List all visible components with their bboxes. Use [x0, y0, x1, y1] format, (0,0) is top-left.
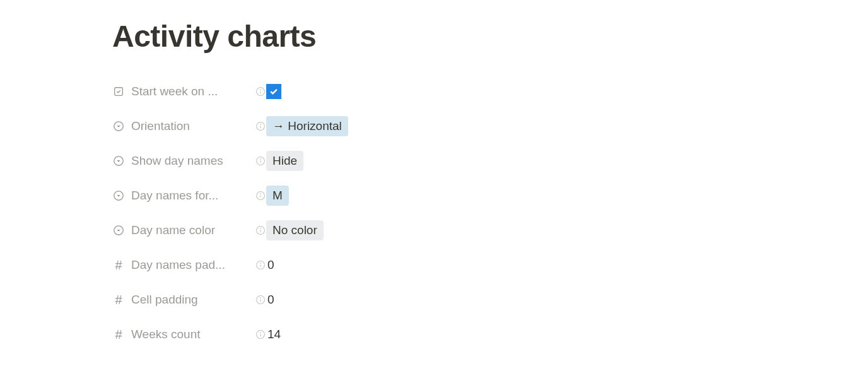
property-value-area[interactable]: No color	[266, 220, 324, 241]
select-tag-day-names-format: M	[266, 186, 289, 206]
checkbox-checked[interactable]	[266, 84, 281, 99]
number-type-icon: #	[112, 259, 125, 271]
property-value-area[interactable]: → Horizontal	[266, 116, 348, 137]
number-type-icon: #	[112, 293, 125, 306]
number-value: 14	[266, 328, 281, 341]
number-value: 0	[266, 258, 274, 272]
property-value-area[interactable]: Hide	[266, 151, 303, 172]
property-label-area[interactable]: Day name color	[112, 223, 266, 237]
svg-point-15	[261, 193, 261, 194]
property-row-orientation: Orientation → Horizontal	[112, 111, 756, 141]
info-icon	[255, 329, 266, 340]
property-value-area[interactable]: M	[266, 186, 289, 206]
property-row-start-week: Start week on ...	[112, 76, 756, 107]
property-label: Day names for...	[131, 189, 249, 203]
svg-point-22	[261, 263, 261, 263]
info-icon	[255, 86, 266, 97]
property-value-area[interactable]: 0	[266, 293, 274, 307]
property-label-area[interactable]: Orientation	[112, 119, 266, 133]
property-row-show-day-names: Show day names Hide	[112, 146, 756, 176]
info-icon	[255, 259, 266, 271]
property-label: Day names pad...	[131, 258, 249, 272]
property-label-area[interactable]: Day names for...	[112, 189, 266, 203]
property-label-area[interactable]: # Weeks count	[112, 328, 266, 341]
select-type-icon	[112, 189, 125, 202]
info-icon	[255, 225, 266, 236]
property-label: Show day names	[131, 154, 249, 168]
info-icon	[255, 121, 266, 132]
property-label: Weeks count	[131, 328, 249, 341]
property-label: Day name color	[131, 223, 249, 237]
svg-point-19	[261, 228, 261, 228]
svg-point-7	[261, 124, 261, 124]
property-value-area[interactable]: 14	[266, 328, 281, 341]
property-label: Orientation	[131, 119, 249, 133]
property-label: Start week on ...	[131, 85, 249, 98]
select-tag-show-day-names: Hide	[266, 151, 303, 172]
property-row-day-names-format: Day names for... M	[112, 180, 756, 211]
number-type-icon: #	[112, 328, 125, 341]
property-row-day-name-color: Day name color No color	[112, 215, 756, 245]
property-label-area[interactable]: Start week on ...	[112, 85, 266, 98]
select-tag-day-name-color: No color	[266, 220, 324, 241]
select-type-icon	[112, 224, 125, 237]
select-type-icon	[112, 120, 125, 133]
info-icon	[255, 190, 266, 201]
svg-point-28	[261, 332, 261, 333]
property-label: Cell padding	[131, 293, 249, 307]
select-tag-orientation: → Horizontal	[266, 116, 348, 137]
info-icon	[255, 155, 266, 167]
property-value-area[interactable]	[266, 84, 281, 99]
property-label-area[interactable]: Show day names	[112, 154, 266, 168]
number-value: 0	[266, 293, 274, 307]
page-title: Activity charts	[112, 19, 756, 54]
checkbox-type-icon	[112, 85, 125, 98]
info-icon	[255, 294, 266, 305]
property-label-area[interactable]: # Day names pad...	[112, 258, 266, 272]
select-type-icon	[112, 155, 125, 167]
svg-point-3	[261, 89, 261, 90]
property-label-area[interactable]: # Cell padding	[112, 293, 266, 307]
property-value-area[interactable]: 0	[266, 258, 274, 272]
property-row-cell-padding: # Cell padding 0	[112, 285, 756, 315]
property-row-day-names-padding: # Day names pad... 0	[112, 250, 756, 280]
svg-point-25	[261, 297, 261, 298]
svg-point-11	[261, 158, 261, 159]
property-row-weeks-count: # Weeks count 14	[112, 319, 756, 350]
